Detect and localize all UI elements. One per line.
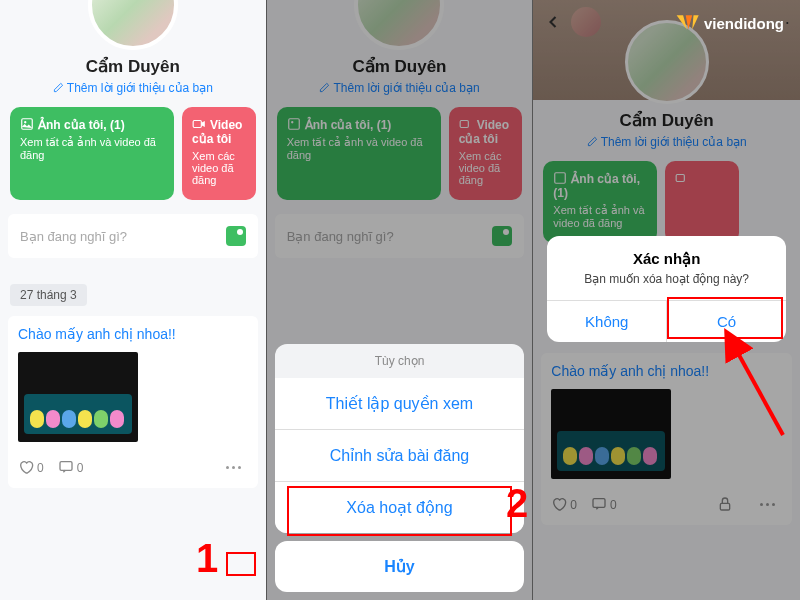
comment-button[interactable]: 0 [591, 496, 617, 512]
svg-rect-8 [676, 175, 684, 182]
my-photos-card[interactable]: Ảnh của tôi, (1) Xem tất cả ảnh và video… [277, 107, 441, 200]
my-videos-card[interactable]: Video của tôi Xem các video đã đăng [182, 107, 256, 200]
watermark-logo-icon [674, 10, 700, 36]
pencil-icon [587, 136, 598, 147]
composer-input[interactable]: Bạn đang nghĩ gì? [8, 214, 258, 258]
svg-point-1 [24, 121, 26, 123]
sheet-option-privacy[interactable]: Thiết lập quyền xem [275, 378, 525, 429]
post-image[interactable] [18, 352, 138, 442]
alert-title: Xác nhận [547, 236, 786, 272]
video-icon [459, 117, 473, 131]
avatar[interactable] [354, 0, 444, 50]
sheet-header: Tùy chọn [275, 344, 525, 378]
attach-image-icon[interactable] [226, 226, 246, 246]
my-photos-card[interactable]: Ảnh của tôi, (1) Xem tất cả ảnh và video… [10, 107, 174, 200]
image-icon [287, 117, 301, 131]
pane-3: I Love You... ⋯ Cẩm Duyên Thêm lời giới … [533, 0, 800, 600]
pencil-icon [53, 82, 64, 93]
heart-icon [551, 496, 567, 512]
edit-tagline-link[interactable]: Thêm lời giới thiệu của bạn [533, 135, 800, 149]
edit-tagline-link[interactable]: Thêm lời giới thiệu của bạn [0, 81, 266, 95]
comment-icon [58, 459, 74, 475]
profile-name: Cẩm Duyên [533, 110, 800, 131]
sheet-option-delete[interactable]: Xóa hoạt động [275, 481, 525, 533]
lock-icon [717, 496, 733, 512]
svg-rect-4 [288, 119, 299, 130]
video-icon [192, 117, 206, 131]
profile-name: Cẩm Duyên [267, 56, 533, 77]
profile-name: Cẩm Duyên [0, 56, 266, 77]
watermark: viendidong [674, 10, 784, 36]
like-button[interactable]: 0 [551, 496, 577, 512]
svg-point-5 [291, 121, 293, 123]
post-more-button[interactable] [754, 493, 782, 515]
action-sheet: Tùy chọn Thiết lập quyền xem Chỉnh sửa b… [275, 344, 525, 600]
svg-rect-3 [60, 462, 72, 471]
back-icon[interactable] [543, 12, 563, 32]
mini-avatar[interactable] [571, 7, 601, 37]
attach-image-icon[interactable] [492, 226, 512, 246]
edit-tagline-link[interactable]: Thêm lời giới thiệu của bạn [267, 81, 533, 95]
annotation-box-1 [226, 552, 256, 576]
pane-1: Cẩm Duyên Thêm lời giới thiệu của bạn Ản… [0, 0, 267, 600]
my-photos-card[interactable]: Ảnh của tôi, (1) Xem tất cả ảnh và video… [543, 161, 656, 243]
post-text: Chào mấy anh chị nhoa!! [18, 326, 248, 342]
like-button[interactable]: 0 [18, 459, 44, 475]
pencil-icon [319, 82, 330, 93]
heart-icon [18, 459, 34, 475]
confirm-dialog: Xác nhận Bạn muốn xóa hoạt động này? Khô… [547, 236, 786, 342]
avatar[interactable] [88, 0, 178, 50]
alert-yes-button[interactable]: Có [667, 301, 786, 342]
image-icon [553, 171, 567, 185]
video-icon [675, 171, 689, 185]
alert-no-button[interactable]: Không [547, 301, 667, 342]
svg-rect-9 [593, 499, 605, 508]
sheet-option-edit[interactable]: Chỉnh sửa bài đăng [275, 429, 525, 481]
post-more-button[interactable] [220, 456, 248, 478]
alert-message: Bạn muốn xóa hoạt động này? [547, 272, 786, 300]
annotation-number-1: 1 [196, 536, 218, 581]
svg-rect-2 [193, 121, 201, 128]
date-chip: 27 tháng 3 [10, 284, 87, 306]
my-videos-card[interactable] [665, 161, 739, 243]
post-image[interactable] [551, 389, 671, 479]
my-videos-card[interactable]: Video của tôi Xem các video đã đăng [449, 107, 523, 200]
svg-rect-10 [720, 503, 729, 510]
svg-rect-7 [555, 173, 566, 184]
image-icon [20, 117, 34, 131]
post-text: Chào mấy anh chị nhoa!! [551, 363, 782, 379]
pane-2: Cẩm Duyên Thêm lời giới thiệu của bạn Ản… [267, 0, 534, 600]
sheet-cancel-button[interactable]: Hủy [275, 541, 525, 592]
comment-icon [591, 496, 607, 512]
svg-rect-6 [460, 121, 468, 128]
post-card: Chào mấy anh chị nhoa!! 0 0 [541, 353, 792, 525]
post-card: Chào mấy anh chị nhoa!! 0 0 [8, 316, 258, 488]
composer-input[interactable]: Bạn đang nghĩ gì? [275, 214, 525, 258]
comment-button[interactable]: 0 [58, 459, 84, 475]
